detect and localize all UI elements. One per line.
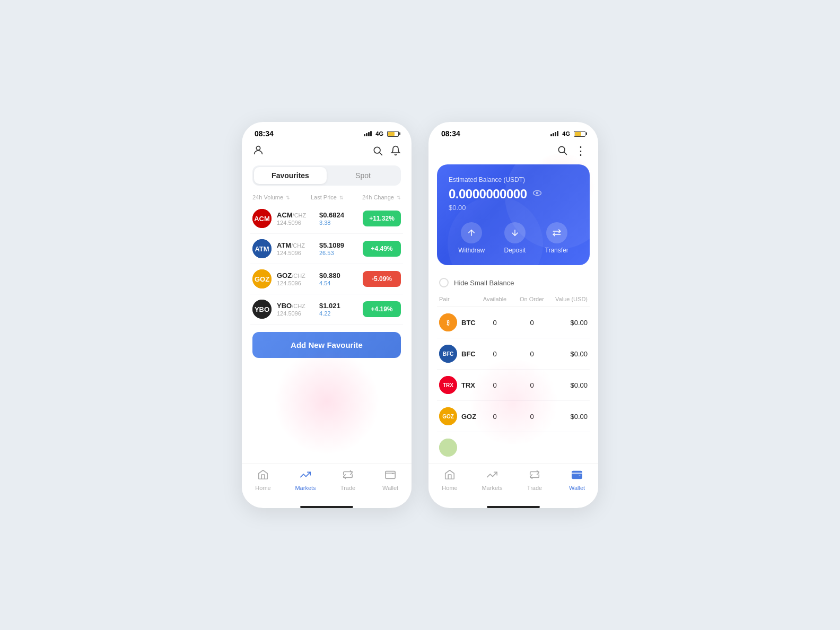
deposit-action[interactable]: Deposit — [504, 222, 526, 254]
nav-label-wallet-left: Wallet — [382, 485, 398, 491]
nav-wallet-right[interactable]: Wallet — [556, 469, 598, 491]
battery-fill-left — [388, 132, 395, 136]
wallet-table: Pair Available On Order Value (USD) ₿ BT… — [428, 294, 598, 463]
coin-logo-ybo: YBO — [252, 300, 272, 319]
table-header-left: 24h Volume ⇅ Last Price ⇅ 24h Change ⇅ — [242, 191, 412, 204]
screen-container: 08:34 4G — [210, 90, 630, 540]
nav-trade-right[interactable]: Trade — [513, 469, 556, 491]
svg-text:₿: ₿ — [447, 320, 450, 326]
search-icon-right[interactable] — [557, 145, 567, 158]
sort-icon-volume[interactable]: ⇅ — [286, 195, 290, 200]
svg-point-0 — [256, 146, 260, 150]
svg-point-15 — [536, 192, 538, 194]
coin-price-ybo: $1.021 4.22 — [319, 302, 363, 317]
profile-icon[interactable] — [252, 144, 264, 159]
coin-info-ybo: YBO/CHZ 124.5096 — [277, 302, 319, 317]
header-icons-left — [372, 145, 401, 159]
add-favourite-button[interactable]: Add New Favourite — [252, 332, 401, 358]
coin-row-acm[interactable]: ACM ACM/CHZ 124.5096 $0.6824 3.38 +11.32… — [250, 204, 403, 234]
wallet-onorder-bfc: 0 — [513, 350, 550, 358]
coin-price-goz: $0.880 4.54 — [319, 272, 363, 286]
wallet-row-trx[interactable]: TRX TRX 0 0 $0.00 — [437, 370, 590, 401]
wallet-pair-btc: ₿ BTC — [439, 313, 476, 331]
time-left: 08:34 — [255, 129, 274, 138]
status-bar-right: 08:34 4G — [428, 122, 598, 142]
coin-logo-atm: ATM — [252, 239, 272, 258]
wallet-table-header: Pair Available On Order Value (USD) — [437, 294, 590, 307]
coin-price-atm: $5.1089 26.53 — [319, 241, 363, 256]
header-left — [242, 142, 412, 165]
signal-icon-left — [364, 131, 372, 136]
wallet-row-goz-right[interactable]: GOZ GOZ 0 0 $0.00 — [437, 401, 590, 432]
nav-wallet-left[interactable]: Wallet — [369, 469, 412, 491]
coin-change-ybo: +4.19% — [363, 301, 401, 317]
header-right: ⋮ — [428, 142, 598, 164]
col-available: Available — [476, 296, 513, 302]
home-icon-left — [257, 469, 269, 483]
battery-right — [574, 131, 585, 137]
tab-spot[interactable]: Spot — [327, 167, 399, 184]
notification-icon[interactable] — [390, 145, 401, 159]
wallet-pair-trx: TRX TRX — [439, 376, 476, 394]
wallet-available-trx: 0 — [476, 381, 513, 389]
phone-left: 08:34 4G — [242, 122, 412, 508]
nav-markets-right[interactable]: Markets — [471, 469, 513, 491]
col-value: Value (USD) — [550, 296, 588, 302]
coin-volume-acm: 124.5096 — [277, 220, 319, 226]
col-volume: 24h Volume ⇅ — [252, 194, 311, 200]
tab-favourites[interactable]: Favourites — [254, 167, 327, 184]
nav-trade-left[interactable]: Trade — [327, 469, 369, 491]
wallet-onorder-trx: 0 — [513, 381, 550, 389]
markets-icon-left — [300, 469, 311, 483]
more-icon[interactable]: ⋮ — [575, 144, 588, 158]
svg-point-14 — [533, 191, 541, 196]
pink-glow-left — [274, 349, 380, 455]
wallet-name-goz-right: GOZ — [461, 413, 476, 421]
wallet-logo-goz-right: GOZ — [439, 407, 457, 425]
withdraw-icon — [461, 222, 482, 243]
coin-info-goz: GOZ/CHZ 124.5096 — [277, 272, 319, 286]
svg-text:ACM: ACM — [254, 215, 270, 223]
wallet-value-trx: $0.00 — [550, 381, 588, 389]
bottom-nav-right: Home Markets Trade Wallet — [428, 463, 598, 502]
wallet-icon-left — [384, 469, 396, 483]
sort-icon-change[interactable]: ⇅ — [397, 195, 401, 200]
nav-home-right[interactable]: Home — [428, 469, 471, 491]
coin-row-goz[interactable]: GOZ GOZ/CHZ 124.5096 $0.880 4.54 -5.09% — [250, 264, 403, 294]
coin-price-acm: $0.6824 3.38 — [319, 211, 363, 226]
coin-volume-atm: 124.5096 — [277, 250, 319, 256]
nav-markets-left[interactable]: Markets — [284, 469, 327, 491]
coin-name-ybo: YBO/CHZ — [277, 302, 319, 310]
coin-name-acm: ACM/CHZ — [277, 211, 319, 219]
wallet-logo-trx: TRX — [439, 376, 457, 394]
withdraw-action[interactable]: Withdraw — [458, 222, 485, 254]
wallet-logo-btc: ₿ — [439, 313, 457, 331]
nav-label-home-right: Home — [442, 485, 457, 491]
coin-row-atm[interactable]: ATM ATM/CHZ 124.5096 $5.1089 26.53 +4.49… — [250, 234, 403, 264]
hide-balance-label: Hide Small Balance — [454, 279, 514, 287]
coin-info-acm: ACM/CHZ 124.5096 — [277, 211, 319, 226]
wallet-row-btc[interactable]: ₿ BTC 0 0 $0.00 — [437, 307, 590, 338]
battery-fill-right — [575, 132, 581, 136]
transfer-action[interactable]: Transfer — [545, 222, 568, 254]
wallet-logo-bfc: BFC — [439, 345, 457, 363]
wallet-available-bfc: 0 — [476, 350, 513, 358]
status-bar-left: 08:34 4G — [242, 122, 412, 142]
coin-row-ybo[interactable]: YBO YBO/CHZ 124.5096 $1.021 4.22 +4.19% — [250, 294, 403, 325]
wallet-logo-partial — [439, 439, 457, 457]
wallet-row-bfc[interactable]: BFC BFC 0 0 $0.00 — [437, 338, 590, 370]
search-icon-left[interactable] — [372, 145, 383, 159]
sort-icon-price[interactable]: ⇅ — [339, 195, 344, 200]
svg-text:GOZ: GOZ — [442, 414, 454, 419]
svg-line-13 — [564, 152, 567, 154]
deposit-icon — [504, 222, 526, 243]
wallet-actions: Withdraw Deposit Transfer — [449, 222, 578, 254]
nav-label-wallet-right: Wallet — [569, 485, 585, 491]
hide-balance-toggle[interactable] — [439, 278, 449, 287]
eye-icon[interactable] — [532, 188, 542, 200]
coin-name-atm: ATM/CHZ — [277, 241, 319, 249]
wallet-row-partial — [437, 432, 590, 463]
coin-name-goz: GOZ/CHZ — [277, 272, 319, 279]
nav-home-left[interactable]: Home — [242, 469, 284, 491]
coin-logo-acm: ACM — [252, 209, 272, 228]
